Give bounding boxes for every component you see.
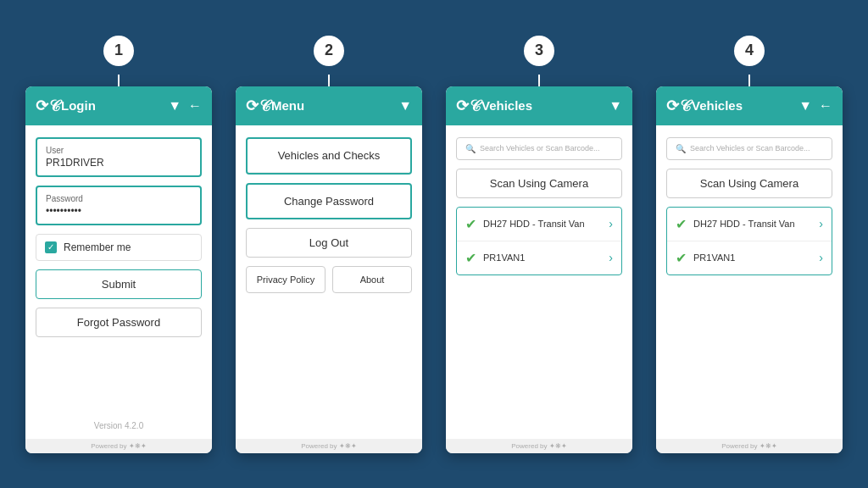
- screens-container: 1 ⟳𝒞 Login ▼ ← User PR1DRIVER: [25, 36, 843, 453]
- screen-3-wrapper: 3 ⟳𝒞 Vehicles ▼ 🔍 Search Vehicles or Sca…: [446, 36, 632, 453]
- vehicle-item-1[interactable]: ✔ DH27 HDD - Transit Van ›: [457, 208, 621, 241]
- vehicle-list-4: ✔ DH27 HDD - Transit Van › ✔ PR1VAN1 ›: [666, 207, 832, 275]
- vehicle-left-1: ✔ DH27 HDD - Transit Van: [465, 216, 585, 232]
- phone-1-login: ⟳𝒞 Login ▼ ← User PR1DRIVER Password •••…: [25, 86, 212, 453]
- vehicle-name-1: DH27 HDD - Transit Van: [483, 219, 585, 229]
- step-line-3: [538, 75, 540, 86]
- search-placeholder-4: Search Vehicles or Scan Barcode...: [690, 144, 810, 152]
- search-placeholder: Search Vehicles or Scan Barcode...: [480, 144, 600, 152]
- forgot-password-button[interactable]: Forgot Password: [36, 308, 202, 337]
- version-text: Version 4.2.0: [36, 413, 202, 430]
- remember-label: Remember me: [64, 241, 131, 253]
- login-title: Login: [61, 98, 96, 113]
- privacy-policy-button[interactable]: Privacy Policy: [246, 266, 326, 293]
- vehicles-header-3: ⟳𝒞 Vehicles ▼: [446, 86, 632, 125]
- app-logo-4: ⟳𝒞 Vehicles: [666, 97, 743, 115]
- change-password-group: Change Password: [246, 183, 412, 219]
- vehicles-checks-group: Vehicles and Checks: [246, 137, 412, 175]
- user-label: User: [46, 146, 192, 155]
- user-input-group: User PR1DRIVER: [36, 137, 202, 177]
- logo-icon-3: ⟳𝒞: [456, 97, 480, 115]
- vehicles-title-3: Vehicles: [481, 98, 532, 113]
- scan-camera-button-4[interactable]: Scan Using Camera: [666, 169, 832, 198]
- vehicle-check-icon-2: ✔: [465, 250, 476, 266]
- vehicle-chevron-4-2: ›: [819, 251, 823, 264]
- vehicles-checks-button[interactable]: Vehicles and Checks: [248, 139, 410, 173]
- filter-icon-2[interactable]: ▼: [398, 98, 412, 114]
- logout-button[interactable]: Log Out: [246, 228, 412, 258]
- header-icons-1: ▼ ←: [168, 98, 202, 114]
- screen-2-wrapper: 2 ⟳𝒞 Menu ▼ Vehicles and Checks Change P…: [236, 36, 422, 453]
- scan-camera-button[interactable]: Scan Using Camera: [456, 169, 622, 198]
- step-line-2: [328, 75, 330, 86]
- header-icons-3: ▼: [609, 98, 622, 114]
- step-badge-4: 4: [734, 36, 765, 66]
- vehicle-left-2: ✔ PR1VAN1: [465, 250, 525, 266]
- submit-button[interactable]: Submit: [36, 269, 202, 299]
- vehicle-check-icon-4-2: ✔: [676, 250, 687, 266]
- password-value[interactable]: ••••••••••: [46, 205, 192, 217]
- powered-by-3: Powered by ✦❋✦: [446, 439, 632, 453]
- vehicle-check-icon-4-1: ✔: [676, 216, 687, 232]
- vehicles-title-4: Vehicles: [692, 98, 743, 113]
- vehicle-name-4-1: DH27 HDD - Transit Van: [693, 219, 795, 229]
- logo-icon-1: ⟳𝒞: [36, 97, 59, 115]
- powered-by-1: Powered by ✦❋✦: [25, 439, 212, 453]
- vehicle-chevron-4-1: ›: [819, 217, 823, 230]
- step-line-1: [118, 75, 120, 86]
- logo-icon-4: ⟳𝒞: [666, 97, 690, 115]
- vehicle-item-4-2[interactable]: ✔ PR1VAN1 ›: [667, 241, 832, 274]
- search-icon-4: 🔍: [676, 144, 686, 153]
- screen-1-wrapper: 1 ⟳𝒞 Login ▼ ← User PR1DRIVER: [25, 36, 212, 453]
- app-logo-1: ⟳𝒞 Login: [36, 97, 96, 115]
- search-bar-4[interactable]: 🔍 Search Vehicles or Scan Barcode...: [666, 137, 832, 160]
- user-value[interactable]: PR1DRIVER: [46, 157, 192, 169]
- search-bar[interactable]: 🔍 Search Vehicles or Scan Barcode...: [456, 137, 622, 160]
- password-label: Password: [46, 194, 192, 203]
- vehicle-name-2: PR1VAN1: [483, 252, 525, 263]
- step-badge-2: 2: [314, 36, 344, 66]
- menu-header: ⟳𝒞 Menu ▼: [236, 86, 422, 125]
- step-badge-1: 1: [103, 36, 134, 66]
- vehicle-item-4-1[interactable]: ✔ DH27 HDD - Transit Van ›: [667, 208, 832, 241]
- powered-by-4: Powered by ✦❋✦: [656, 439, 843, 453]
- login-body: User PR1DRIVER Password •••••••••• ✓ Rem…: [25, 125, 212, 439]
- vehicles-body-4: 🔍 Search Vehicles or Scan Barcode... Sca…: [656, 125, 843, 439]
- remember-me-row[interactable]: ✓ Remember me: [36, 234, 202, 261]
- vehicles-body-3: 🔍 Search Vehicles or Scan Barcode... Sca…: [446, 125, 632, 439]
- back-icon-1[interactable]: ←: [188, 98, 202, 114]
- vehicle-chevron-2: ›: [609, 251, 613, 264]
- vehicle-list: ✔ DH27 HDD - Transit Van › ✔ PR1VAN1 ›: [456, 207, 622, 275]
- header-icons-2: ▼: [398, 98, 412, 114]
- about-button[interactable]: About: [332, 266, 412, 293]
- password-input-group: Password ••••••••••: [36, 186, 202, 225]
- app-logo-3: ⟳𝒞 Vehicles: [456, 97, 532, 115]
- powered-by-2: Powered by ✦❋✦: [236, 439, 422, 453]
- filter-icon-4[interactable]: ▼: [798, 98, 812, 114]
- logo-icon-2: ⟳𝒞: [246, 97, 270, 115]
- filter-icon-3[interactable]: ▼: [609, 98, 622, 114]
- vehicle-left-4-1: ✔ DH27 HDD - Transit Van: [676, 216, 795, 232]
- change-password-button[interactable]: Change Password: [248, 185, 410, 218]
- back-icon-4[interactable]: ←: [819, 98, 832, 114]
- vehicle-name-4-2: PR1VAN1: [693, 252, 735, 263]
- vehicle-item-2[interactable]: ✔ PR1VAN1 ›: [457, 241, 621, 274]
- search-icon: 🔍: [465, 144, 476, 153]
- menu-title: Menu: [271, 98, 304, 113]
- vehicle-left-4-2: ✔ PR1VAN1: [676, 250, 735, 266]
- app-logo-2: ⟳𝒞 Menu: [246, 97, 304, 115]
- vehicle-chevron-1: ›: [609, 217, 613, 230]
- phone-2-menu: ⟳𝒞 Menu ▼ Vehicles and Checks Change Pas…: [236, 86, 422, 453]
- vehicle-check-icon-1: ✔: [465, 216, 476, 232]
- bottom-buttons-row: Privacy Policy About: [246, 266, 412, 293]
- phone-3-vehicles-a: ⟳𝒞 Vehicles ▼ 🔍 Search Vehicles or Scan …: [446, 86, 632, 453]
- header-icons-4: ▼ ←: [798, 98, 832, 114]
- step-badge-3: 3: [524, 36, 554, 66]
- phone-4-vehicles-b: ⟳𝒞 Vehicles ▼ ← 🔍 Search Vehicles or Sca…: [656, 86, 843, 453]
- checkbox-checked-icon: ✓: [45, 241, 57, 253]
- step-line-4: [748, 75, 750, 86]
- screen-4-wrapper: 4 ⟳𝒞 Vehicles ▼ ← 🔍 Search Vehicles or S…: [656, 36, 843, 453]
- login-header: ⟳𝒞 Login ▼ ←: [25, 86, 212, 125]
- filter-icon-1[interactable]: ▼: [168, 98, 181, 114]
- menu-body: Vehicles and Checks Change Password Log …: [236, 125, 422, 439]
